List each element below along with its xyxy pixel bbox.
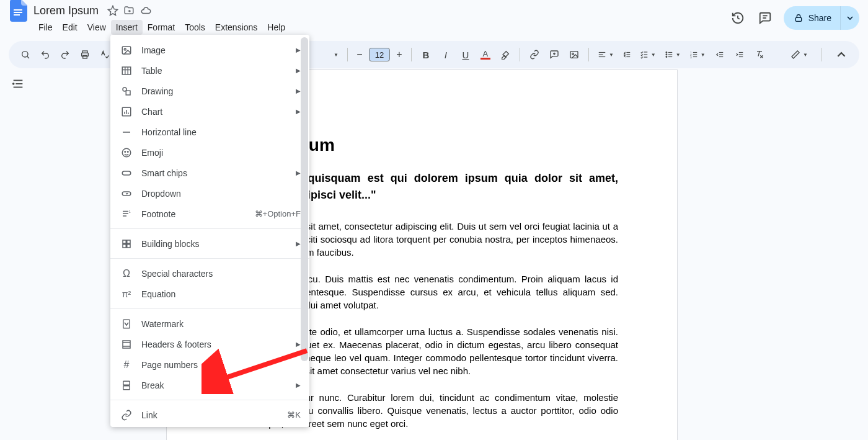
- menu-help[interactable]: Help: [262, 20, 290, 35]
- share-dropdown-button[interactable]: [840, 6, 859, 30]
- menu-item-break[interactable]: Break ▶: [110, 375, 309, 395]
- menu-tools[interactable]: Tools: [180, 20, 210, 35]
- menu-item-emoji[interactable]: Emoji: [110, 142, 309, 163]
- svg-rect-5: [795, 17, 801, 21]
- font-size-decrease-button[interactable]: −: [353, 48, 366, 61]
- svg-rect-79: [123, 381, 130, 385]
- menu-extensions[interactable]: Extensions: [210, 20, 262, 35]
- lock-icon: [794, 13, 804, 23]
- svg-point-62: [122, 148, 131, 157]
- svg-rect-2: [14, 14, 20, 16]
- text-color-button[interactable]: A: [476, 45, 495, 64]
- menu-format[interactable]: Format: [143, 20, 180, 35]
- menu-item-watermark[interactable]: Watermark: [110, 313, 309, 334]
- menu-divider: [110, 400, 309, 400]
- svg-text:1: 1: [129, 209, 131, 213]
- insert-link-button[interactable]: [525, 45, 544, 64]
- menu-label: Watermark: [141, 319, 184, 329]
- menu-item-horizontal-line[interactable]: Horizontal line: [110, 122, 309, 142]
- italic-button[interactable]: I: [436, 45, 455, 64]
- font-size-increase-button[interactable]: +: [392, 48, 406, 61]
- print-button[interactable]: [76, 45, 94, 64]
- align-dropdown[interactable]: ▼: [594, 45, 618, 64]
- version-history-icon[interactable]: [729, 9, 746, 27]
- styles-dropdown[interactable]: ▼: [329, 45, 342, 64]
- svg-point-25: [666, 52, 667, 53]
- menu-item-footnote[interactable]: 1 Footnote ⌘+Option+F: [110, 204, 309, 224]
- numbered-list-dropdown[interactable]: 123▼: [686, 45, 709, 64]
- menu-item-table[interactable]: Table ▶: [110, 60, 309, 81]
- svg-point-6: [22, 52, 28, 57]
- document-title[interactable]: Lorem Ipsum: [33, 4, 99, 17]
- headers-footers-icon: [120, 339, 133, 350]
- svg-rect-71: [123, 240, 126, 243]
- svg-text:3: 3: [690, 56, 692, 59]
- move-to-folder-icon[interactable]: [123, 5, 135, 16]
- menu-label: Horizontal line: [141, 127, 197, 137]
- comments-icon[interactable]: [756, 9, 774, 27]
- smart-chips-icon: [120, 168, 133, 179]
- menu-view[interactable]: View: [82, 20, 111, 35]
- clear-formatting-button[interactable]: [750, 45, 769, 64]
- pi-icon: π²: [120, 289, 133, 299]
- menu-item-equation[interactable]: π² Equation: [110, 284, 309, 304]
- svg-rect-0: [14, 9, 22, 11]
- menu-label: Image: [141, 45, 166, 55]
- search-menus-button[interactable]: [16, 45, 35, 64]
- menu-item-smart-chips[interactable]: Smart chips ▶: [110, 163, 309, 183]
- submenu-arrow-icon: ▶: [296, 88, 301, 94]
- cloud-status-icon[interactable]: [140, 5, 152, 16]
- menu-item-image[interactable]: Image ▶: [110, 40, 309, 60]
- image-icon: [120, 45, 133, 56]
- menu-item-drawing[interactable]: Drawing ▶: [110, 81, 309, 101]
- underline-button[interactable]: U: [456, 45, 475, 64]
- bold-button[interactable]: B: [417, 45, 435, 64]
- menu-label: Special characters: [141, 269, 213, 279]
- menu-item-chart[interactable]: Chart ▶: [110, 101, 309, 122]
- menu-file[interactable]: File: [33, 20, 58, 35]
- menu-item-link[interactable]: Link ⌘K: [110, 405, 309, 425]
- collapse-toolbar-button[interactable]: [832, 45, 851, 64]
- menu-label: Chart: [141, 107, 162, 117]
- menu-edit[interactable]: Edit: [58, 20, 82, 35]
- font-size-input[interactable]: 12: [369, 48, 390, 61]
- undo-button[interactable]: [36, 45, 55, 64]
- redo-button[interactable]: [56, 45, 74, 64]
- break-icon: [120, 380, 133, 391]
- menu-label: Dropdown: [141, 189, 181, 199]
- add-comment-button[interactable]: [545, 45, 564, 64]
- menu-label: Footnote: [141, 209, 175, 219]
- star-icon[interactable]: [107, 5, 118, 16]
- bulleted-list-dropdown[interactable]: ▼: [661, 45, 684, 64]
- menu-label: Equation: [141, 289, 175, 299]
- decrease-indent-button[interactable]: [711, 45, 729, 64]
- caret-down-icon: [847, 15, 853, 21]
- increase-indent-button[interactable]: [730, 45, 749, 64]
- checklist-dropdown[interactable]: ▼: [636, 45, 660, 64]
- highlight-color-button[interactable]: [496, 45, 515, 64]
- svg-point-27: [666, 56, 667, 58]
- separator: [411, 48, 412, 61]
- svg-rect-75: [123, 320, 130, 328]
- editing-mode-dropdown[interactable]: ▼: [787, 45, 812, 64]
- menu-divider: [110, 258, 309, 259]
- menu-item-dropdown[interactable]: Dropdown: [110, 183, 309, 204]
- share-button[interactable]: Share: [784, 6, 840, 30]
- svg-point-48: [13, 83, 14, 84]
- watermark-icon: [120, 318, 133, 330]
- menu-divider: [110, 308, 309, 309]
- menu-insert[interactable]: Insert: [111, 20, 143, 35]
- dropdown-icon: [120, 188, 133, 199]
- footnote-icon: 1: [120, 209, 133, 220]
- menu-item-headers-footers[interactable]: Headers & footers ▶: [110, 334, 309, 354]
- svg-rect-80: [123, 385, 130, 389]
- menu-item-page-numbers[interactable]: # Page numbers: [110, 354, 309, 375]
- svg-rect-65: [122, 171, 131, 175]
- menu-item-special-characters[interactable]: Ω Special characters: [110, 263, 309, 284]
- page-numbers-icon: #: [120, 359, 133, 370]
- document-outline-button[interactable]: [11, 77, 25, 91]
- svg-rect-49: [122, 47, 131, 54]
- menu-item-building-blocks[interactable]: Building blocks ▶: [110, 233, 309, 254]
- insert-image-button[interactable]: [565, 45, 583, 64]
- line-spacing-dropdown[interactable]: [619, 45, 635, 64]
